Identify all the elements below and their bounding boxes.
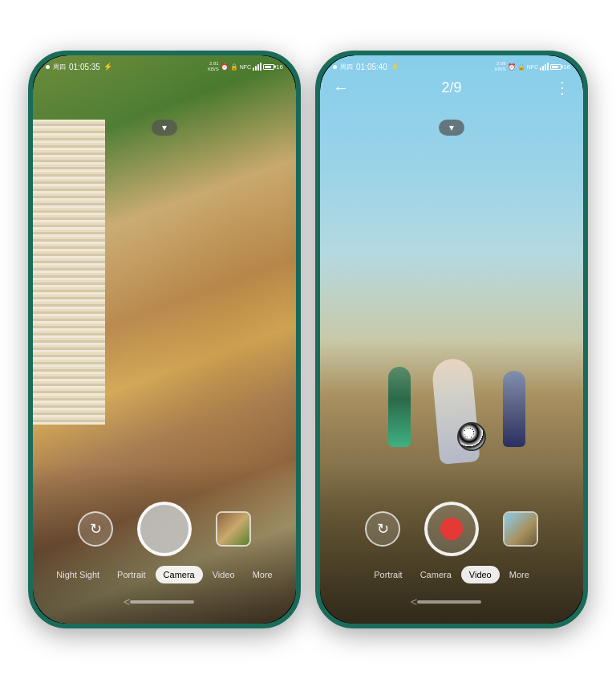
- phone-2-screen: 周四 01:05:40 ⚡ 2.09 KB/S ⏰ 🔒 NFC: [320, 55, 583, 624]
- chevron-down-phone1[interactable]: ▾: [152, 120, 177, 136]
- phone-1-frame: 周四 01:05:35 ⚡ 2.81 KB/S ⏰ 🔒 NFC: [28, 51, 301, 628]
- alarm-icon-2: ⏰: [508, 63, 516, 71]
- status-bar-phone2: 周四 01:05:40 ⚡ 2.09 KB/S ⏰ 🔒 NFC: [320, 55, 583, 78]
- status-time-phone1: 01:05:35: [69, 63, 100, 71]
- rotate-icon-2: ↻: [377, 520, 389, 538]
- status-right-phone1: 2.81 KB/S ⏰ 🔒 NFC 16: [208, 61, 283, 72]
- status-bar-phone1: 周四 01:05:35 ⚡ 2.81 KB/S ⏰ 🔒 NFC: [33, 55, 296, 78]
- battery-num-phone1: 16: [276, 63, 283, 71]
- alarm-icon: ⏰: [221, 63, 229, 71]
- nav-back-phone2[interactable]: <: [411, 596, 417, 608]
- signal-nfc-icon: NFC: [240, 64, 251, 70]
- signal-bars-phone2: [540, 63, 549, 71]
- status-dot-2: [333, 65, 337, 69]
- status-bolt-icon-2: ⚡: [391, 63, 399, 71]
- shutter-row-phone2: ↻: [365, 502, 538, 556]
- rotate-icon: ↻: [90, 520, 102, 538]
- battery-num-phone2: 16: [563, 63, 570, 71]
- status-left: 周四 01:05:35 ⚡: [46, 63, 112, 71]
- lock-icon: 🔒: [230, 63, 238, 71]
- tab-video-phone2[interactable]: Video: [461, 566, 500, 583]
- back-button-phone2[interactable]: ←: [333, 79, 349, 97]
- rotate-button-phone1[interactable]: ↻: [78, 511, 113, 547]
- status-dot: [46, 65, 50, 69]
- nav-back-phone1[interactable]: <: [124, 596, 130, 608]
- kbs-phone2: 2.09 KB/S: [495, 61, 506, 72]
- tab-portrait-phone2[interactable]: Portrait: [366, 566, 410, 583]
- tab-camera-phone1[interactable]: Camera: [156, 566, 203, 583]
- status-time-phone2: 01:05:40: [356, 63, 387, 71]
- photo-counter: 2/9: [441, 79, 461, 96]
- top-bar-phone2: ← 2/9 ⋮: [320, 78, 583, 97]
- thumbnail-preview-food: [217, 513, 249, 545]
- camera-controls-phone2: ↻ Portrait Camera: [320, 495, 583, 624]
- battery-icon-phone2: [550, 64, 561, 70]
- noodles-decoration: [33, 120, 105, 425]
- status-bolt-icon: ⚡: [103, 63, 112, 71]
- thumbnail-button-phone1[interactable]: [216, 511, 251, 547]
- soccer-ball: [457, 422, 486, 451]
- phone-1-screen: 周四 01:05:35 ⚡ 2.81 KB/S ⏰ 🔒 NFC: [33, 55, 296, 624]
- tab-portrait-phone1[interactable]: Portrait: [109, 566, 153, 583]
- thumbnail-button-phone2[interactable]: [503, 511, 538, 547]
- nav-home-bar-phone2: [417, 600, 481, 604]
- soccer-person-right: [503, 371, 525, 447]
- status-day-phone1: 周四: [53, 63, 66, 71]
- status-day-phone2: 周四: [340, 63, 353, 71]
- more-button-phone2[interactable]: ⋮: [554, 78, 570, 97]
- nav-bar-phone1: <: [75, 588, 253, 617]
- rotate-button-phone2[interactable]: ↻: [365, 511, 400, 547]
- soccer-person-left: [388, 367, 411, 447]
- mode-tabs-phone1: Night Sight Portrait Camera Video More: [48, 566, 280, 583]
- status-left-2: 周四 01:05:40 ⚡: [333, 63, 399, 71]
- kbs-phone1: 2.81 KB/S: [208, 61, 219, 72]
- shutter-button-photo[interactable]: [137, 502, 192, 556]
- battery-icon-phone1: [263, 64, 274, 70]
- chevron-down-phone2[interactable]: ▾: [439, 120, 464, 136]
- signal-bars-phone1: [253, 63, 261, 71]
- tab-camera-phone2[interactable]: Camera: [412, 566, 460, 583]
- mode-tabs-phone2: Portrait Camera Video More: [366, 566, 537, 583]
- phone-2-frame: 周四 01:05:40 ⚡ 2.09 KB/S ⏰ 🔒 NFC: [315, 51, 588, 628]
- shutter-row-phone1: ↻: [78, 502, 251, 556]
- camera-controls-phone1: ↻ Night Sight Portrait C: [33, 495, 296, 624]
- tab-more-phone1[interactable]: More: [245, 566, 281, 583]
- shutter-button-video[interactable]: [424, 502, 479, 556]
- signal-nfc-icon-2: NFC: [527, 64, 538, 70]
- phone-2: 周四 01:05:40 ⚡ 2.09 KB/S ⏰ 🔒 NFC: [315, 51, 588, 628]
- video-record-dot: [440, 518, 463, 540]
- tab-more-phone2[interactable]: More: [501, 566, 537, 583]
- chevron-icon-phone1: ▾: [162, 122, 167, 133]
- thumbnail-preview-soccer: [505, 513, 537, 545]
- nav-bar-phone2: <: [363, 588, 541, 617]
- tab-video-phone1[interactable]: Video: [205, 566, 243, 583]
- chevron-icon-phone2: ▾: [449, 122, 454, 133]
- lock-icon-2: 🔒: [517, 63, 525, 71]
- phone-1: 周四 01:05:35 ⚡ 2.81 KB/S ⏰ 🔒 NFC: [28, 51, 301, 628]
- nav-home-bar-phone1: [130, 600, 194, 604]
- status-right-phone2: 2.09 KB/S ⏰ 🔒 NFC 16: [495, 61, 570, 72]
- tab-night-sight[interactable]: Night Sight: [48, 566, 107, 583]
